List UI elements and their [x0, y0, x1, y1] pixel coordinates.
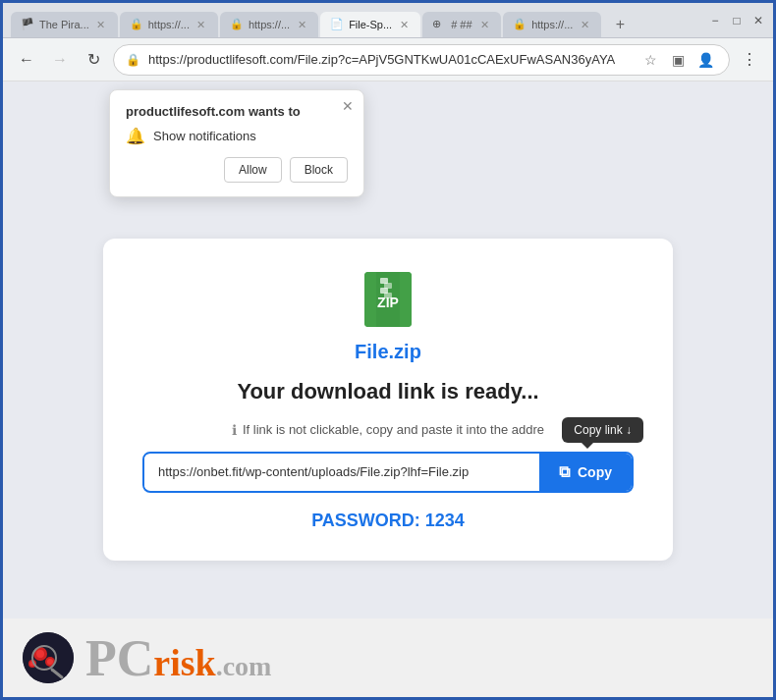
svg-rect-7 — [384, 293, 392, 298]
browser-tab-3[interactable]: 🔒 https://... ✕ — [220, 12, 318, 37]
address-actions: ☆ ▣ 👤 — [638, 48, 717, 72]
svg-point-10 — [36, 650, 44, 658]
browser-tab-6[interactable]: 🔒 https://... ✕ — [503, 12, 601, 37]
maximize-button[interactable]: □ — [730, 14, 744, 27]
tab-favicon-5: ⊕ — [432, 18, 446, 31]
nav-bar: ← → ↻ 🔒 https://productlifesoft.com/File… — [3, 38, 773, 81]
pcrisk-text-logo: PCrisk.com — [85, 629, 271, 687]
tab-close-5[interactable]: ✕ — [477, 18, 491, 31]
popup-close-button[interactable]: ✕ — [342, 98, 354, 114]
browser-tab-1[interactable]: 🏴 The Pira... ✕ — [11, 12, 118, 37]
lock-icon: 🔒 — [126, 53, 140, 67]
zip-file-icon: ZIP — [357, 268, 419, 331]
tab-label-2: https://... — [148, 19, 190, 30]
bookmark-icon[interactable]: ☆ — [638, 48, 662, 72]
tab-close-6[interactable]: ✕ — [578, 18, 591, 31]
copy-button[interactable]: ⧉ Copy — [539, 454, 632, 491]
pcrisk-risk-text: risk — [153, 642, 215, 683]
extensions-button[interactable]: ⋮ — [736, 46, 763, 74]
info-text: If link is not clickable, copy and paste… — [243, 422, 544, 437]
info-icon: ℹ — [232, 422, 237, 438]
back-button[interactable]: ← — [13, 46, 40, 74]
tooltip-text: Copy link ↓ — [574, 423, 632, 437]
tab-label-3: https://... — [249, 19, 290, 30]
info-row: ℹ If link is not clickable, copy and pas… — [142, 422, 634, 438]
copy-icon: ⧉ — [559, 463, 570, 481]
address-text: https://productlifesoft.com/File.zip?c=A… — [148, 52, 631, 67]
tab-close-4[interactable]: ✕ — [397, 18, 411, 31]
pcrisk-com-text: .com — [216, 651, 272, 681]
pcrisk-ball-svg — [23, 632, 74, 683]
tab-label-1: The Pira... — [39, 19, 89, 30]
browser-window: 🏴 The Pira... ✕ 🔒 https://... ✕ 🔒 https:… — [0, 0, 776, 700]
reload-button[interactable]: ↻ — [80, 46, 107, 74]
copy-link-tooltip: Copy link ↓ — [562, 417, 643, 443]
svg-point-12 — [47, 659, 53, 665]
tab-close-1[interactable]: ✕ — [94, 18, 108, 31]
minimize-button[interactable]: − — [708, 14, 722, 27]
block-button[interactable]: Block — [290, 157, 348, 183]
notification-label: Show notifications — [153, 129, 256, 143]
browser-tab-5[interactable]: ⊕ # ## ✕ — [422, 12, 501, 37]
address-bar[interactable]: 🔒 https://productlifesoft.com/File.zip?c… — [113, 44, 730, 76]
account-icon[interactable]: 👤 — [693, 48, 717, 72]
footer-bar: PCrisk.com — [3, 619, 773, 697]
notification-row: 🔔 Show notifications — [126, 127, 348, 145]
pcrisk-logo-ball — [23, 632, 74, 683]
tab-favicon-3: 🔒 — [230, 18, 244, 31]
tab-favicon-1: 🏴 — [21, 18, 34, 31]
window-controls: − □ ✕ — [708, 14, 765, 27]
url-row: ⧉ Copy — [142, 452, 634, 493]
tab-close-2[interactable]: ✕ — [194, 18, 208, 31]
tab-close-3[interactable]: ✕ — [295, 18, 308, 31]
tab-strip: 🏴 The Pira... ✕ 🔒 https://... ✕ 🔒 https:… — [11, 3, 700, 37]
tab-label-5: # ## — [451, 19, 472, 30]
new-tab-button[interactable]: + — [607, 12, 633, 37]
tab-label-6: https://... — [531, 19, 573, 30]
browser-tab-4[interactable]: 📄 File-Sp... ✕ — [320, 12, 420, 37]
page-content: ✕ productlifesoft.com wants to 🔔 Show no… — [3, 81, 773, 697]
nav-right-buttons: ⋮ — [736, 46, 763, 74]
title-bar: 🏴 The Pira... ✕ 🔒 https://... ✕ 🔒 https:… — [3, 3, 773, 38]
download-heading: Your download link is ready... — [142, 379, 634, 404]
close-button[interactable]: ✕ — [751, 14, 765, 27]
copy-button-label: Copy — [578, 464, 612, 480]
bell-icon: 🔔 — [126, 127, 145, 145]
tab-favicon-4: 📄 — [330, 18, 344, 31]
pcrisk-pc-text: PC — [85, 630, 153, 686]
notification-popup: ✕ productlifesoft.com wants to 🔔 Show no… — [109, 89, 364, 197]
svg-rect-6 — [384, 283, 392, 289]
forward-button[interactable]: → — [46, 46, 74, 74]
split-view-icon[interactable]: ▣ — [666, 48, 690, 72]
tab-favicon-2: 🔒 — [130, 18, 143, 31]
file-name: File.zip — [142, 341, 634, 363]
password-text: PASSWORD: 1234 — [142, 511, 634, 531]
url-input[interactable] — [144, 455, 539, 489]
file-icon-wrapper: ZIP — [142, 268, 634, 331]
popup-title: productlifesoft.com wants to — [126, 104, 348, 119]
main-card: ZIP File.zip Your download link is ready… — [103, 239, 673, 561]
allow-button[interactable]: Allow — [224, 157, 282, 183]
tab-label-4: File-Sp... — [349, 19, 392, 30]
browser-tab-2[interactable]: 🔒 https://... ✕ — [120, 12, 218, 37]
tab-favicon-6: 🔒 — [513, 18, 527, 31]
popup-buttons: Allow Block — [126, 157, 348, 183]
